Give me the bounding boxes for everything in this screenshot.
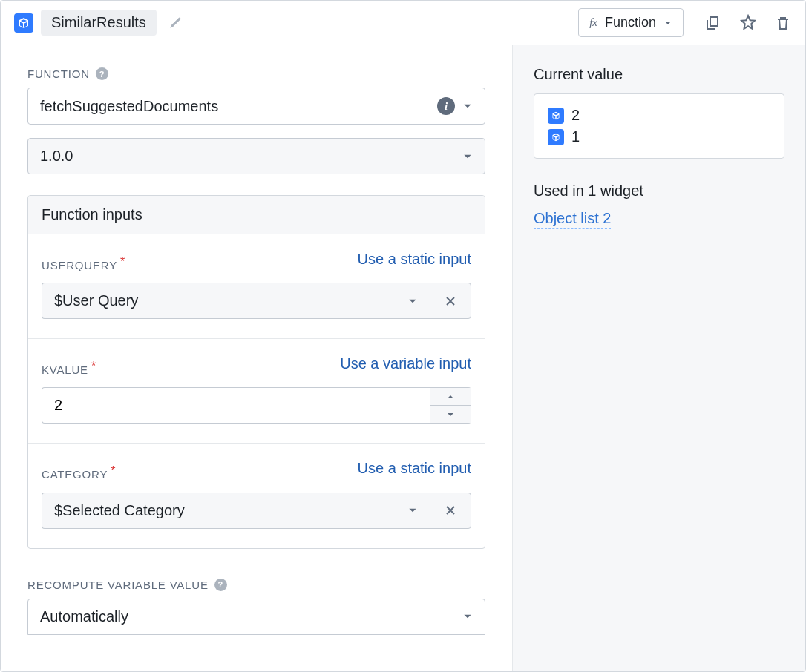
chevron-down-icon bbox=[462, 101, 473, 111]
duplicate-button[interactable] bbox=[704, 14, 722, 32]
value-row: 1 bbox=[548, 126, 770, 148]
input-category: CATEGORY* Use a static input $Selected C… bbox=[28, 444, 485, 547]
chevron-down-icon bbox=[462, 611, 473, 622]
kvalue-step-up[interactable] bbox=[430, 387, 471, 405]
userquery-select-field[interactable]: $User Query bbox=[42, 283, 430, 319]
kvalue-step-down[interactable] bbox=[430, 405, 471, 424]
input-label: CATEGORY* bbox=[42, 460, 116, 481]
function-section-label: FUNCTION ? bbox=[27, 67, 485, 80]
category-select: $Selected Category bbox=[42, 493, 471, 529]
chevron-down-icon bbox=[407, 296, 418, 306]
panel-header: SimilarResults fx Function bbox=[1, 1, 805, 45]
function-inputs-header: Function inputs bbox=[28, 196, 485, 234]
value-row: 2 bbox=[548, 105, 770, 126]
use-static-input-link[interactable]: Use a static input bbox=[358, 251, 471, 268]
cube-icon bbox=[14, 13, 33, 33]
used-in-label: Used in 1 widget bbox=[534, 182, 784, 200]
chevron-down-icon bbox=[446, 412, 455, 418]
chevron-down-icon bbox=[462, 151, 473, 162]
chevron-down-icon bbox=[664, 19, 672, 27]
panel-title-chip: SimilarResults bbox=[41, 10, 157, 36]
function-inputs-card: Function inputs USERQUERY* Use a static … bbox=[27, 195, 485, 549]
input-userquery: USERQUERY* Use a static input $User Quer… bbox=[28, 234, 485, 339]
recompute-select[interactable]: Automatically bbox=[27, 599, 485, 635]
cube-icon bbox=[548, 129, 564, 145]
config-panel: SimilarResults fx Function FUNCTION bbox=[0, 0, 806, 672]
clear-category-button[interactable] bbox=[430, 493, 471, 529]
input-label: USERQUERY* bbox=[42, 251, 125, 272]
cube-icon bbox=[548, 108, 564, 124]
type-selector[interactable]: fx Function bbox=[578, 8, 684, 37]
side-column: Current value 2 1 Used in 1 widget Objec… bbox=[513, 45, 805, 671]
chevron-down-icon bbox=[407, 505, 418, 515]
userquery-select: $User Query bbox=[42, 283, 471, 319]
input-kvalue: KVALUE* Use a variable input bbox=[28, 339, 485, 444]
fx-icon: fx bbox=[589, 16, 597, 29]
use-static-input-link[interactable]: Use a static input bbox=[358, 460, 471, 477]
function-name-select[interactable]: fetchSuggestedDocuments i bbox=[27, 88, 485, 125]
widget-link[interactable]: Object list 2 bbox=[534, 210, 611, 229]
chevron-up-icon bbox=[446, 394, 455, 400]
use-variable-input-link[interactable]: Use a variable input bbox=[340, 355, 471, 372]
edit-title-button[interactable] bbox=[164, 13, 186, 33]
category-select-field[interactable]: $Selected Category bbox=[42, 493, 430, 529]
help-icon[interactable]: ? bbox=[96, 67, 108, 80]
recompute-label: RECOMPUTE VARIABLE VALUE ? bbox=[27, 579, 485, 591]
type-label: Function bbox=[605, 15, 656, 30]
main-column: FUNCTION ? fetchSuggestedDocuments i 1.0… bbox=[1, 45, 513, 671]
input-label: KVALUE* bbox=[42, 355, 96, 377]
kvalue-input[interactable] bbox=[42, 387, 430, 424]
help-icon[interactable]: ? bbox=[214, 579, 227, 591]
star-button[interactable] bbox=[738, 13, 758, 33]
delete-button[interactable] bbox=[774, 14, 792, 32]
current-value-label: Current value bbox=[534, 66, 784, 83]
close-icon bbox=[445, 504, 456, 516]
function-version-select[interactable]: 1.0.0 bbox=[27, 138, 485, 174]
current-value-card: 2 1 bbox=[534, 93, 784, 159]
kvalue-field bbox=[42, 387, 471, 424]
info-icon[interactable]: i bbox=[437, 97, 455, 115]
clear-userquery-button[interactable] bbox=[430, 283, 471, 319]
close-icon bbox=[445, 295, 456, 307]
header-actions bbox=[704, 13, 792, 33]
